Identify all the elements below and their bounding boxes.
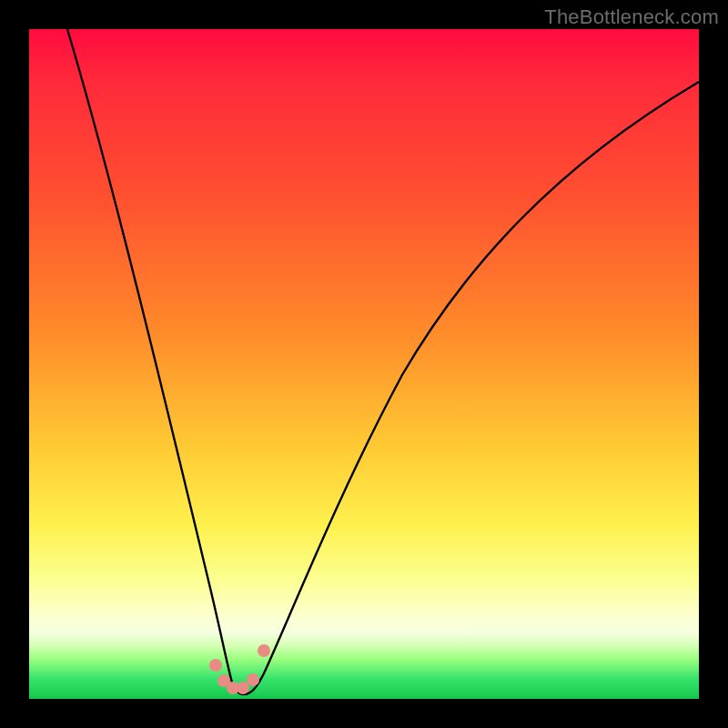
watermark-text: TheBottleneck.com [544,5,719,29]
plot-area [29,29,699,699]
trough-dots [209,644,270,694]
svg-point-0 [209,659,222,672]
svg-point-4 [247,673,259,686]
curve-layer [29,29,699,699]
svg-point-5 [258,644,270,657]
svg-point-3 [237,682,249,694]
chart-frame: TheBottleneck.com [0,0,728,728]
bottleneck-curve [67,29,699,694]
